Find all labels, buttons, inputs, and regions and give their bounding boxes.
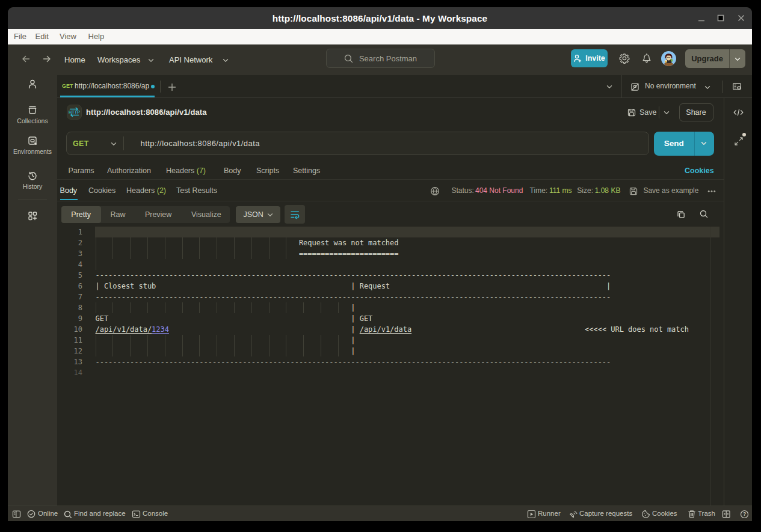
request-tab-authorization[interactable]: Authorization [107,163,151,179]
upgrade-button[interactable]: Upgrade [685,49,745,68]
toggle-sidebar-icon[interactable] [12,510,21,519]
cookies-link[interactable]: Cookies [685,163,714,179]
request-tab-params[interactable]: Params [69,163,94,179]
maximize-button[interactable] [715,12,727,24]
send-button[interactable]: Send [654,132,714,156]
save-example-icon[interactable] [629,186,638,196]
send-options-caret[interactable] [695,132,715,156]
divider [722,81,723,93]
response-tab-body[interactable]: Body [60,183,78,199]
request-tab-settings[interactable]: Settings [293,163,320,179]
window-title: http://localhost:8086/api/v1/data - My W… [8,7,752,29]
profile-icon[interactable] [27,79,38,90]
share-button[interactable]: Share [679,103,713,121]
view-tab-visualize[interactable]: Visualize [191,206,221,224]
runner-button[interactable]: Runner [538,506,561,521]
configure-sidebar-icon[interactable] [27,210,38,221]
forward-icon[interactable] [43,55,51,63]
bell-icon[interactable] [641,53,652,64]
trash-icon[interactable] [688,510,696,518]
back-icon[interactable] [22,55,30,63]
save-as-example-button[interactable]: Save as example [643,183,698,199]
new-tab-icon[interactable] [168,83,176,91]
help-icon[interactable]: ? [740,510,749,519]
online-check-icon[interactable] [27,510,35,518]
nav-home[interactable]: Home [64,44,85,75]
code-snippet-icon[interactable] [733,108,744,117]
editor-scroll-border [710,227,711,506]
save-icon[interactable] [627,108,636,117]
sidebar-label: History [8,183,57,190]
chevron-down-icon [148,58,154,63]
trash-button[interactable]: Trash [698,506,715,521]
gear-icon[interactable] [619,53,630,64]
cookies-button[interactable]: Cookies [652,506,677,521]
console-icon[interactable] [132,510,141,519]
sidebar-item-history[interactable]: History [8,170,57,190]
expand-panel-icon[interactable] [735,137,743,145]
response-tab-headers[interactable]: Headers (2) [126,183,166,199]
minimize-button[interactable] [695,12,707,24]
more-actions-icon[interactable] [707,190,716,193]
request-tab-scripts[interactable]: Scripts [256,163,279,179]
wrap-line-button[interactable] [285,205,305,224]
find-and-replace-button[interactable]: Find and replace [74,506,126,521]
tab-list-chevron-icon[interactable] [606,84,613,90]
url-input[interactable]: http://localhost:8086/api/v1/data [141,132,260,155]
method-chevron-icon[interactable] [111,141,117,146]
response-view-switch: Pretty Raw Preview Visualize [61,206,230,224]
nav-workspaces[interactable]: Workspaces [97,44,140,75]
request-tab-body[interactable]: Body [224,163,241,179]
view-tab-preview[interactable]: Preview [145,206,171,224]
menu-edit[interactable]: Edit [35,29,49,44]
response-body-editor[interactable]: 1234567891011121314 Request was not matc… [57,227,724,506]
environment-selector[interactable]: No environment [645,75,696,96]
upgrade-label[interactable]: Upgrade [685,49,730,68]
chevron-down-icon[interactable] [704,85,710,90]
close-button[interactable] [735,12,747,24]
sidebar-item-environments[interactable]: Environments [8,135,57,156]
upgrade-caret[interactable] [730,49,745,68]
invite-button[interactable]: Invite [571,49,608,67]
environment-quick-look-icon[interactable] [732,82,742,91]
main-content: GEThttp://localhost:8086/api/v1/data No … [57,75,752,506]
capture-requests-icon[interactable] [568,510,578,519]
capture-requests-button[interactable]: Capture requests [579,506,632,521]
save-options-chevron-icon[interactable] [664,110,670,115]
search-input[interactable]: Search Postman [326,49,435,68]
copy-icon[interactable] [676,210,685,219]
tab-title: http://localhost:8086/api/v1/data [75,75,149,96]
format-selector[interactable]: JSON [236,206,280,224]
code-line: | [96,346,356,356]
online-status[interactable]: Online [38,506,58,521]
chevron-down-icon [735,57,741,61]
no-environment-icon[interactable] [630,82,639,91]
method-selector[interactable]: GET [73,132,89,155]
avatar[interactable] [661,51,676,66]
active-response-tab-underline [60,199,78,201]
cookie-icon[interactable] [641,510,650,519]
code-line: ======================= [96,248,399,259]
line-number: 6 [57,281,82,292]
nav-api-network[interactable]: API Network [169,44,212,75]
search-response-icon[interactable] [700,210,708,218]
menu-view[interactable]: View [60,29,76,44]
save-button[interactable]: Save [639,105,657,120]
view-tab-pretty[interactable]: Pretty [61,206,101,224]
find-icon[interactable] [64,510,72,518]
http-badge-icon: HTTP [67,105,81,119]
view-tab-raw[interactable]: Raw [110,206,125,224]
line-number: 8 [57,302,82,313]
console-button[interactable]: Console [143,506,168,521]
menu-help[interactable]: Help [88,29,105,44]
code-line: ----------------------------------------… [96,270,611,281]
runner-icon[interactable] [527,510,536,519]
send-label[interactable]: Send [654,132,695,156]
response-tab-cookies[interactable]: Cookies [88,183,116,199]
sidebar-item-collections[interactable]: Collections [8,104,57,124]
menu-file[interactable]: File [14,29,26,44]
response-tab-test-results[interactable]: Test Results [176,183,217,199]
request-tab[interactable]: GEThttp://localhost:8086/api/v1/data [57,75,155,98]
request-tab-headers[interactable]: Headers (7) [166,163,206,179]
split-pane-icon[interactable] [722,510,731,519]
